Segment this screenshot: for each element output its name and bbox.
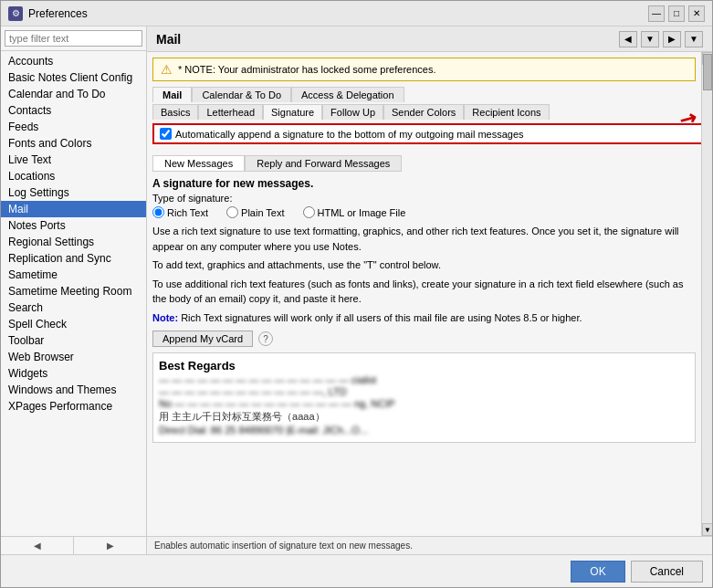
sig-preview-line1: — — — — — — — — — — — — — — — cialist (159, 374, 689, 385)
notice-text: * NOTE: Your administrator has locked so… (178, 64, 435, 75)
sidebar-item-xpages[interactable]: XPages Performance (1, 398, 146, 415)
sig-preview-name: Best Regards (159, 359, 689, 373)
radio-rich-text[interactable]: Rich Text (152, 206, 208, 218)
sidebar-item-locations[interactable]: Locations (1, 168, 146, 184)
maximize-button[interactable]: □ (668, 5, 685, 22)
sidebar-item-mail[interactable]: Mail (1, 201, 146, 217)
scroll-down-button[interactable]: ▼ (702, 523, 712, 536)
sidebar-item-search[interactable]: Search (1, 299, 146, 316)
content-nav: ◀ ▼ ▶ ▼ (619, 31, 703, 47)
sidebar-item-sametime-meeting[interactable]: Sametime Meeting Room (1, 283, 146, 299)
sidebar-list: Accounts Basic Notes Client Config Calen… (1, 51, 146, 536)
sidebar-item-toolbar[interactable]: Toolbar (1, 332, 146, 349)
sidebar-back-arrow[interactable]: ◀ (1, 537, 74, 554)
status-text: Enables automatic insertion of signature… (154, 541, 413, 551)
note-text: Rich Text signatures will work only if a… (181, 312, 582, 323)
sidebar-search-area (1, 26, 146, 51)
nav-forward-dropdown-button[interactable]: ▼ (685, 31, 703, 47)
section-title: A signature for new messages. (152, 177, 696, 190)
append-vcard-button[interactable]: Append My vCard (152, 331, 253, 347)
tab-signature[interactable]: Signature (263, 104, 322, 120)
sidebar-arrows: ◀ ▶ (1, 536, 146, 554)
radio-html-label: HTML or Image File (318, 207, 406, 218)
tab-sender-colors[interactable]: Sender Colors (383, 104, 464, 120)
auto-append-checkbox-row: Automatically append a signature to the … (152, 123, 701, 144)
radio-plain-text[interactable]: Plain Text (226, 206, 285, 218)
auto-append-label: Automatically append a signature to the … (175, 129, 524, 140)
sidebar-forward-arrow[interactable]: ▶ (74, 537, 146, 554)
sidebar-item-replication[interactable]: Replication and Sync (1, 250, 146, 267)
sidebar-item-log-settings[interactable]: Log Settings (1, 184, 146, 201)
tabs-row-1: Mail Calendar & To Do Access & Delegatio… (152, 87, 696, 102)
nav-forward-button[interactable]: ▶ (663, 31, 681, 47)
sidebar: Accounts Basic Notes Client Config Calen… (1, 26, 147, 554)
title-bar: ⚙ Preferences — □ ✕ (1, 1, 712, 26)
filter-input[interactable] (5, 30, 142, 47)
radio-rich-text-input[interactable] (152, 206, 164, 218)
tab-mail[interactable]: Mail (152, 87, 192, 102)
tab-follow-up[interactable]: Follow Up (322, 104, 383, 120)
title-bar-left: ⚙ Preferences (8, 6, 88, 21)
desc2: To add text, graphics and attachments, u… (152, 257, 696, 273)
sidebar-item-notes-ports[interactable]: Notes Ports (1, 217, 146, 234)
message-type-tabs: New Messages Reply and Forward Messages (152, 155, 696, 172)
sidebar-item-windows[interactable]: Windows and Themes (1, 382, 146, 398)
radio-plain-text-input[interactable] (226, 206, 238, 218)
tab-basics[interactable]: Basics (152, 104, 198, 120)
cancel-button[interactable]: Cancel (631, 561, 703, 583)
sidebar-item-sametime[interactable]: Sametime (1, 267, 146, 283)
sig-preview-line2: — — — — — — — — — — — — —, LTD (159, 386, 689, 397)
sidebar-item-web-browser[interactable]: Web Browser (1, 349, 146, 365)
footer: OK Cancel (1, 554, 712, 587)
ok-button[interactable]: OK (571, 561, 624, 583)
main-content: Accounts Basic Notes Client Config Calen… (1, 26, 712, 554)
nav-back-button[interactable]: ◀ (619, 31, 637, 47)
tab-reply-forward[interactable]: Reply and Forward Messages (245, 155, 402, 172)
help-icon[interactable]: ? (258, 331, 273, 346)
sidebar-item-calendar[interactable]: Calendar and To Do (1, 86, 146, 102)
desc3: To use additional rich text features (su… (152, 277, 696, 307)
nav-dropdown-button[interactable]: ▼ (641, 31, 659, 47)
close-button[interactable]: ✕ (688, 5, 705, 22)
sidebar-item-widgets[interactable]: Widgets (1, 365, 146, 382)
tab-access[interactable]: Access & Delegation (291, 87, 404, 102)
scroll-thumb[interactable] (703, 54, 712, 90)
preferences-window: ⚙ Preferences — □ ✕ Accounts Basic Notes… (0, 0, 713, 588)
notice-box: ⚠ * NOTE: Your administrator has locked … (152, 58, 696, 81)
desc1: Use a rich text signature to use text fo… (152, 224, 696, 254)
radio-plain-text-label: Plain Text (241, 207, 285, 218)
tab-recipient-icons[interactable]: Recipient Icons (464, 104, 549, 120)
sidebar-item-basic-notes[interactable]: Basic Notes Client Config (1, 69, 146, 86)
sig-preview-line5: Direct Dial: 86 25 84890070 |E-mail: JIC… (159, 425, 689, 436)
content-body: ⚠ * NOTE: Your administrator has locked … (147, 52, 701, 536)
sidebar-item-accounts[interactable]: Accounts (1, 53, 146, 69)
signature-preview: Best Regards — — — — — — — — — — — — — —… (152, 352, 696, 443)
sidebar-item-regional[interactable]: Regional Settings (1, 234, 146, 250)
append-btn-row: Append My vCard ? (152, 331, 696, 347)
content-scrollbar[interactable]: ▲ ▼ (701, 52, 712, 536)
radio-rich-text-label: Rich Text (167, 207, 208, 218)
auto-append-checkbox[interactable] (160, 128, 172, 140)
note-label: Note: (152, 312, 178, 323)
sidebar-item-live-text[interactable]: Live Text (1, 152, 146, 168)
content-title: Mail (156, 32, 181, 47)
sidebar-item-contacts[interactable]: Contacts (1, 102, 146, 119)
status-bar: Enables automatic insertion of signature… (147, 536, 712, 554)
content-header: Mail ◀ ▼ ▶ ▼ (147, 26, 712, 52)
tabs-row-2: Basics Letterhead Signature Follow Up Se… (152, 104, 696, 120)
note-row: Note: Rich Text signatures will work onl… (152, 310, 696, 326)
sidebar-item-feeds[interactable]: Feeds (1, 119, 146, 135)
warning-icon: ⚠ (161, 62, 173, 77)
radio-html-input[interactable] (303, 206, 315, 218)
tab-letterhead[interactable]: Letterhead (198, 104, 263, 120)
tab-new-messages[interactable]: New Messages (152, 155, 245, 172)
minimize-button[interactable]: — (648, 5, 665, 22)
tab-calendar[interactable]: Calendar & To Do (192, 87, 291, 102)
app-icon: ⚙ (8, 6, 23, 21)
radio-html-image[interactable]: HTML or Image File (303, 206, 406, 218)
sig-preview-line3: No — — — — — — — — — — — — — — ng, NCIP (159, 398, 689, 409)
sidebar-item-spell-check[interactable]: Spell Check (1, 316, 146, 332)
title-controls: — □ ✕ (648, 5, 705, 22)
sidebar-item-fonts[interactable]: Fonts and Colors (1, 135, 146, 152)
sig-preview-line4: 用 主主ル千日対标互業務号（aaaa） (159, 410, 689, 424)
